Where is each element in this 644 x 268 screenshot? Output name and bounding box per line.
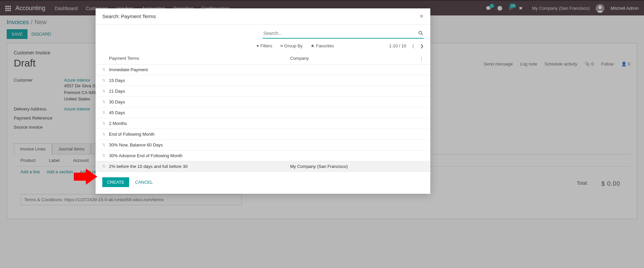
drag-handle-icon[interactable]: ⇅ (102, 143, 109, 147)
cell-term: End of Following Month (109, 132, 290, 137)
search-wrap (263, 29, 424, 39)
pager-next-icon[interactable]: ❯ (420, 44, 424, 48)
table-row[interactable]: ⇅30% Advance End of Following Month (96, 150, 430, 161)
search-icon[interactable] (418, 31, 423, 36)
drag-handle-icon[interactable]: ⇅ (102, 153, 109, 158)
groupby-button[interactable]: ≡ Group By (280, 43, 303, 48)
drag-handle-icon[interactable]: ⇅ (102, 100, 109, 104)
col-payment-terms[interactable]: Payment Terms (109, 56, 290, 61)
table-row[interactable]: ⇅2 Months (96, 118, 430, 129)
table-row[interactable]: ⇅15 Days (96, 75, 430, 86)
drag-handle-icon[interactable]: ⇅ (102, 78, 109, 83)
pager-prev-icon[interactable]: ❮ (412, 44, 415, 48)
table-row[interactable]: ⇅45 Days (96, 107, 430, 118)
cell-term: Immediate Payment (109, 67, 290, 72)
cell-term: 15 Days (109, 78, 290, 83)
create-button[interactable]: CREATE (102, 177, 129, 187)
col-company[interactable]: Company (290, 56, 419, 61)
cancel-button[interactable]: CANCEL (135, 180, 153, 185)
modal-title: Search: Payment Terms (102, 13, 156, 19)
cell-term: 30 Days (109, 99, 290, 104)
search-input[interactable] (263, 29, 424, 39)
drag-handle-icon[interactable]: ⇅ (102, 68, 109, 72)
modal-footer: CREATE CANCEL (96, 172, 430, 194)
modal-rows: ⇅Immediate Payment⇅15 Days⇅21 Days⇅30 Da… (96, 64, 430, 172)
cell-term: 30% Now, Balance 60 Days (109, 142, 290, 147)
drag-handle-icon[interactable]: ⇅ (102, 164, 109, 169)
svg-point-0 (419, 31, 422, 34)
cell-term: 2 Months (109, 121, 290, 126)
favorites-button[interactable]: ★ Favorites (311, 43, 334, 48)
table-row[interactable]: ⇅2% before the 10 days and full before 3… (96, 161, 430, 172)
drag-handle-icon[interactable]: ⇅ (102, 132, 109, 136)
modal-table-header: Payment Terms Company ⋮ (96, 52, 430, 64)
table-row[interactable]: ⇅30% Now, Balance 60 Days (96, 140, 430, 150)
cell-term: 21 Days (109, 89, 290, 94)
table-row[interactable]: ⇅30 Days (96, 97, 430, 107)
pager-text[interactable]: 1-10 / 10 (389, 43, 406, 48)
cell-company: My Company (San Francisco) (290, 164, 424, 169)
drag-handle-icon[interactable]: ⇅ (102, 121, 109, 126)
filters-button[interactable]: ▾ Filters (257, 43, 272, 48)
table-row[interactable]: ⇅End of Following Month (96, 129, 430, 140)
close-icon[interactable]: ✕ (419, 13, 424, 19)
drag-handle-icon[interactable]: ⇅ (102, 89, 109, 93)
kebab-icon[interactable]: ⋮ (419, 56, 424, 61)
pager: 1-10 / 10 ❮ ❯ (389, 43, 424, 48)
cell-term: 45 Days (109, 110, 290, 115)
svg-line-1 (422, 34, 423, 35)
search-modal: Search: Payment Terms ✕ ▾ Filters ≡ Grou… (96, 8, 430, 194)
table-row[interactable]: ⇅21 Days (96, 86, 430, 97)
cell-term: 2% before the 10 days and full before 30 (109, 164, 290, 169)
drag-handle-icon[interactable]: ⇅ (102, 110, 109, 115)
filter-row: ▾ Filters ≡ Group By ★ Favorites 1-10 / … (96, 39, 430, 52)
table-row[interactable]: ⇅Immediate Payment (96, 64, 430, 75)
cell-term: 30% Advance End of Following Month (109, 153, 290, 158)
